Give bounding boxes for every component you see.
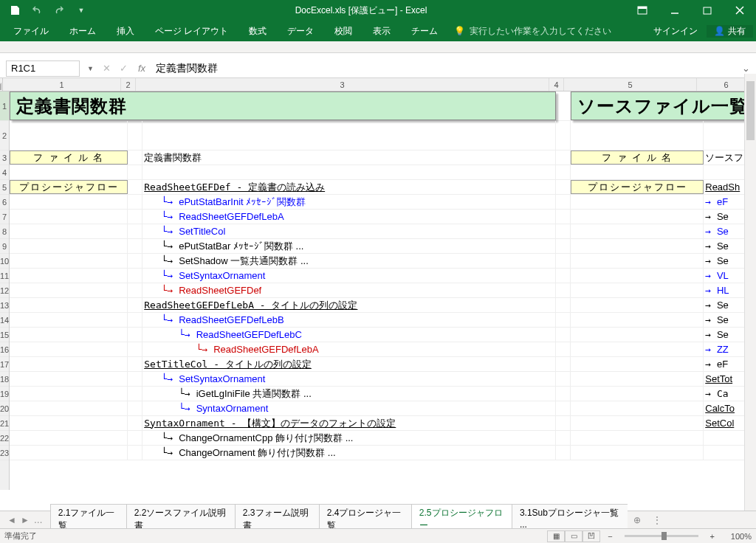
name-box[interactable]: R1C1 xyxy=(6,60,80,77)
cell[interactable] xyxy=(556,387,571,401)
name-box-dropdown-icon[interactable]: ▼ xyxy=(84,65,97,72)
column-header[interactable]: 3 xyxy=(136,78,549,91)
cell[interactable]: フ ァ イ ル 名 xyxy=(10,151,128,165)
ribbon-tab[interactable]: ファイル xyxy=(3,21,59,41)
cell[interactable] xyxy=(128,195,142,209)
qat-customize-icon[interactable]: ▼ xyxy=(71,1,92,19)
cell[interactable]: 定義書関数群 xyxy=(10,91,556,120)
cell[interactable] xyxy=(571,416,704,430)
cell[interactable]: └→ ReadSheetGEFDefLebA xyxy=(142,342,556,356)
cell[interactable] xyxy=(556,357,571,371)
cell[interactable] xyxy=(128,431,142,445)
row-header[interactable]: 21 xyxy=(0,416,9,431)
cell[interactable] xyxy=(10,239,128,253)
ribbon-tab[interactable]: 表示 xyxy=(362,21,401,41)
cell[interactable] xyxy=(571,431,704,445)
zoom-out-button[interactable]: − xyxy=(608,532,612,541)
cell[interactable] xyxy=(10,328,128,342)
ribbon-tab[interactable]: 数式 xyxy=(238,21,277,41)
cell[interactable]: フ ァ イ ル 名 xyxy=(571,151,704,165)
maximize-button[interactable] xyxy=(691,0,724,21)
cell[interactable]: └→ iGetLgIniFile 共通関数群 ... xyxy=(142,387,556,401)
row-header[interactable]: 5 xyxy=(0,180,9,195)
tab-nav[interactable]: ◄►… xyxy=(0,515,50,525)
cell[interactable] xyxy=(128,328,142,342)
ribbon-tab[interactable]: 校閲 xyxy=(324,21,362,41)
cell[interactable]: └→ ReadSheetGEFDef xyxy=(142,283,556,297)
row-header[interactable]: 23 xyxy=(0,446,9,460)
cell[interactable] xyxy=(571,328,704,342)
cell[interactable] xyxy=(571,269,704,283)
ribbon-tab[interactable]: ページ レイアウト xyxy=(145,21,238,41)
cell[interactable] xyxy=(556,224,571,238)
row-header[interactable]: 18 xyxy=(0,372,9,387)
cell[interactable] xyxy=(10,224,128,238)
cell[interactable] xyxy=(10,269,128,283)
cell[interactable] xyxy=(556,239,571,253)
cell[interactable] xyxy=(571,224,704,238)
cell[interactable] xyxy=(571,357,704,371)
row-header[interactable]: 7 xyxy=(0,210,9,224)
cell[interactable] xyxy=(10,416,128,430)
cell[interactable]: └→ SetSyntaxOrnament xyxy=(142,372,556,386)
zoom-percent[interactable]: 100% xyxy=(722,532,752,541)
formula-bar-expand-icon[interactable]: ⌄ xyxy=(736,63,756,74)
spreadsheet-grid[interactable]: 1234567891011121314151617181920212223 定義… xyxy=(0,91,756,490)
cell[interactable] xyxy=(556,372,571,386)
cell[interactable] xyxy=(128,180,142,194)
cell[interactable] xyxy=(556,121,571,150)
cell[interactable] xyxy=(10,195,128,209)
zoom-in-button[interactable]: + xyxy=(710,532,715,541)
column-header[interactable]: 1 xyxy=(3,78,121,91)
tab-menu-icon[interactable]: ⋮ xyxy=(647,515,667,525)
ribbon-tab[interactable]: 挿入 xyxy=(106,21,145,41)
formula-input[interactable]: 定義書関数群 xyxy=(150,60,736,77)
cell[interactable]: SetTitleCol - タイトルの列の設定 xyxy=(142,357,556,371)
row-header[interactable]: 22 xyxy=(0,431,9,446)
row-header[interactable]: 9 xyxy=(0,239,9,254)
cell[interactable] xyxy=(556,151,571,165)
cell[interactable] xyxy=(128,416,142,430)
cell[interactable]: └→ ReadSheetGEFDefLebC xyxy=(142,328,556,342)
cell[interactable]: ReadSheetGEFDef - 定義書の読み込み xyxy=(142,180,556,194)
accept-formula-icon[interactable]: ✓ xyxy=(120,63,128,74)
cell[interactable]: └→ ePutStatBarInit ﾒｯｾｰｼﾞ関数群 xyxy=(142,195,556,209)
cell[interactable] xyxy=(128,357,142,371)
save-icon[interactable] xyxy=(4,1,25,19)
fx-icon[interactable]: fx xyxy=(134,63,150,74)
ribbon-tab[interactable]: ホーム xyxy=(59,21,106,41)
cell[interactable] xyxy=(128,121,142,150)
cell[interactable] xyxy=(10,401,128,415)
cell[interactable] xyxy=(10,254,128,268)
cell[interactable] xyxy=(556,165,571,179)
cell[interactable] xyxy=(556,283,571,297)
row-header[interactable]: 20 xyxy=(0,401,9,416)
cell[interactable] xyxy=(571,254,704,268)
ribbon-tab[interactable]: チーム xyxy=(401,21,448,41)
ribbon-display-icon[interactable] xyxy=(626,0,659,21)
tell-me-search[interactable]: 💡 実行したい作業を入力してください xyxy=(448,25,617,38)
cell[interactable]: └→ SyntaxOrnament xyxy=(142,401,556,415)
cell[interactable]: プロシージャフロー xyxy=(10,180,128,194)
share-button[interactable]: 👤 共有 xyxy=(707,25,753,38)
cell[interactable]: プロシージャフロー xyxy=(571,180,704,194)
cell[interactable]: ソースファイル一覧関数 xyxy=(571,91,756,120)
cell[interactable] xyxy=(556,328,571,342)
vertical-scrollbar[interactable] xyxy=(744,74,756,511)
minimize-button[interactable] xyxy=(659,0,691,21)
cell[interactable] xyxy=(556,416,571,430)
cell[interactable] xyxy=(128,151,142,165)
column-header[interactable]: 5 xyxy=(564,78,697,91)
cell[interactable] xyxy=(556,446,571,460)
cell[interactable] xyxy=(10,283,128,297)
cell[interactable] xyxy=(10,210,128,224)
cell[interactable] xyxy=(10,165,128,179)
row-header[interactable]: 16 xyxy=(0,342,9,357)
row-header[interactable]: 14 xyxy=(0,313,9,328)
row-header[interactable]: 12 xyxy=(0,283,9,298)
cell[interactable] xyxy=(128,401,142,415)
cell[interactable] xyxy=(571,210,704,224)
redo-icon[interactable] xyxy=(49,1,69,19)
cell[interactable]: └→ ReadSheetGEFDefLebB xyxy=(142,313,556,327)
cell[interactable] xyxy=(556,401,571,415)
